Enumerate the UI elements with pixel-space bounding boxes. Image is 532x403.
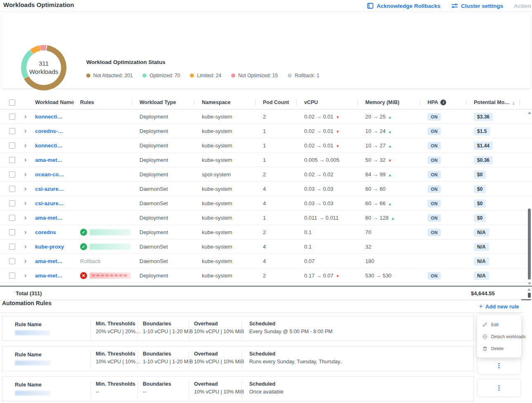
expand-chevron-icon[interactable]: › <box>24 199 27 207</box>
table-row: › coredns Deployment kube-system 2 0.1 7… <box>0 225 532 239</box>
legend-item-optimized: Optimized: 70 <box>142 73 180 78</box>
row-checkbox[interactable] <box>9 244 15 250</box>
memory-cell: 60 → 60 <box>365 186 428 192</box>
scroll-up-icon[interactable] <box>528 111 531 114</box>
page-title: Workloads Optimization <box>3 1 74 8</box>
kebab-menu-icon[interactable] <box>498 363 500 368</box>
add-new-rule-button[interactable]: + Add new rule <box>479 303 519 310</box>
memory-trend-icon <box>388 215 395 221</box>
workload-name-link[interactable]: ocean-co… <box>35 171 80 178</box>
table-row: › ama-met… Deployment kube-system 1 0.01… <box>0 211 532 225</box>
workload-type: Deployment <box>140 114 202 120</box>
workload-name-link[interactable]: coredns <box>35 229 80 235</box>
row-checkbox[interactable] <box>9 128 15 134</box>
column-header-workload-name[interactable]: Workload Name <box>35 100 80 105</box>
not-attached-dot-icon <box>86 73 90 78</box>
row-checkbox[interactable] <box>9 200 15 206</box>
acknowledge-rollbacks-label: Acknowledge Rollbacks <box>376 3 440 9</box>
row-checkbox[interactable] <box>9 171 15 178</box>
column-header-workload-type[interactable]: Workload Type <box>140 100 202 105</box>
expand-chevron-icon[interactable]: › <box>24 113 27 121</box>
workload-type: DaemonSet <box>140 244 202 250</box>
row-checkbox[interactable] <box>9 114 15 120</box>
kebab-menu-icon[interactable] <box>498 385 500 391</box>
sort-desc-icon[interactable]: ↓ <box>512 100 515 106</box>
scroll-down-icon[interactable] <box>528 282 531 285</box>
workload-name-link[interactable]: csi-azure… <box>35 186 80 192</box>
expand-chevron-icon[interactable]: › <box>24 272 27 280</box>
expand-chevron-icon[interactable]: › <box>24 214 27 222</box>
column-header-hpa[interactable]: HPAi <box>428 100 474 105</box>
expand-chevron-icon[interactable]: › <box>24 142 27 149</box>
rules-scrollbar-thumb[interactable] <box>528 293 531 298</box>
memory-trend-icon <box>385 128 392 134</box>
workload-name-link[interactable]: ama-met… <box>35 215 80 221</box>
expand-chevron-icon[interactable]: › <box>24 257 27 265</box>
hpa-badge: ON <box>428 113 441 121</box>
pod-count: 4 <box>263 258 304 264</box>
memory-cell: 530 → 530 <box>365 273 428 279</box>
menu-item-edit[interactable]: Edit <box>477 318 521 330</box>
memory-cell: 32 <box>365 244 428 250</box>
actions-button[interactable]: Action <box>514 3 531 9</box>
expand-chevron-icon[interactable]: › <box>24 185 27 193</box>
workload-name-link[interactable]: csi-azure… <box>35 200 80 206</box>
workloads-total-label: Workloads <box>29 68 59 76</box>
row-checkbox[interactable] <box>9 258 15 264</box>
cluster-settings-sliders-icon <box>451 2 458 9</box>
cluster-settings-button[interactable]: Cluster settings <box>451 2 503 9</box>
row-checkbox[interactable] <box>9 215 15 221</box>
menu-item-detach-workloads[interactable]: Detach workloads <box>477 330 521 342</box>
row-checkbox[interactable] <box>9 273 15 279</box>
column-header-namespace[interactable]: Namespace <box>202 100 263 105</box>
select-all-checkbox[interactable] <box>9 100 15 106</box>
namespace: kube-system <box>202 215 263 221</box>
column-header-pod-count[interactable]: Pod Count <box>263 100 304 105</box>
workload-name-link[interactable]: kube-proxy <box>35 244 80 250</box>
rule-ok-icon <box>80 243 87 250</box>
overhead-value: 10% vCPU | 10% MiB <box>194 359 241 365</box>
workload-name-link[interactable]: konnecti… <box>35 114 80 120</box>
menu-item-delete[interactable]: Delete <box>477 342 521 354</box>
potential-savings-badge: $0 <box>474 171 486 179</box>
legend-item-not-optimized: Not Optimized: 15 <box>231 73 278 78</box>
table-row: › ocean-co… Deployment spot-system 2 0.0… <box>0 167 532 182</box>
workload-name-link[interactable]: ama-met… <box>35 273 80 279</box>
limited-dot-icon <box>190 73 194 78</box>
expand-chevron-icon[interactable]: › <box>24 243 27 251</box>
memory-cell: 50 → 32 <box>365 157 428 163</box>
hpa-info-icon[interactable]: i <box>440 100 446 105</box>
workload-name-link[interactable]: coredns-… <box>35 128 80 134</box>
acknowledge-rollbacks-button[interactable]: Acknowledge Rollbacks <box>367 2 440 9</box>
workload-name-link[interactable]: ama-met… <box>35 258 80 264</box>
expand-chevron-icon[interactable]: › <box>24 228 27 236</box>
expand-chevron-icon[interactable]: › <box>24 127 27 135</box>
expand-chevron-icon[interactable]: › <box>24 156 27 164</box>
column-header-potential[interactable]: Potential Mo…↓ <box>474 100 527 106</box>
row-checkbox[interactable] <box>9 157 15 163</box>
not-optimized-dot-icon <box>231 73 235 78</box>
row-checkbox[interactable] <box>9 229 15 235</box>
row-checkbox[interactable] <box>9 186 15 192</box>
table-scrollbar[interactable] <box>527 111 532 285</box>
total-label: Total (311) <box>16 290 42 296</box>
boundaries-value: 1-10 vCPU | 1-20 MiB <box>143 329 189 334</box>
workload-name-link[interactable]: ama-met… <box>35 157 80 163</box>
rules-scroll-up-icon[interactable] <box>527 288 531 291</box>
row-checkbox[interactable] <box>9 142 15 149</box>
column-header-rules[interactable]: Rules <box>80 100 140 105</box>
workload-name-link[interactable]: konnecti… <box>35 142 80 149</box>
vcpu-cell: 0.02 → 0.02 <box>304 171 365 178</box>
potential-savings-badge: N/A <box>474 257 489 266</box>
vcpu-trend-icon <box>333 128 340 134</box>
expand-chevron-icon[interactable]: › <box>24 171 27 178</box>
scrollbar-corner <box>521 299 531 300</box>
scrollbar-thumb[interactable] <box>528 209 531 280</box>
column-header-memory[interactable]: Memory (MiB) <box>365 100 428 105</box>
rule-name-label: Rule Name <box>15 352 90 358</box>
automation-rules-title: Automation Rules <box>2 300 52 306</box>
rules-cell <box>80 243 140 250</box>
column-header-vcpu[interactable]: vCPU <box>304 100 365 105</box>
table-row: › ama-met… Deployment kube-system 2 0.17… <box>0 268 532 283</box>
min-thresholds-value: 10% vCPU | 10%… <box>96 359 137 365</box>
